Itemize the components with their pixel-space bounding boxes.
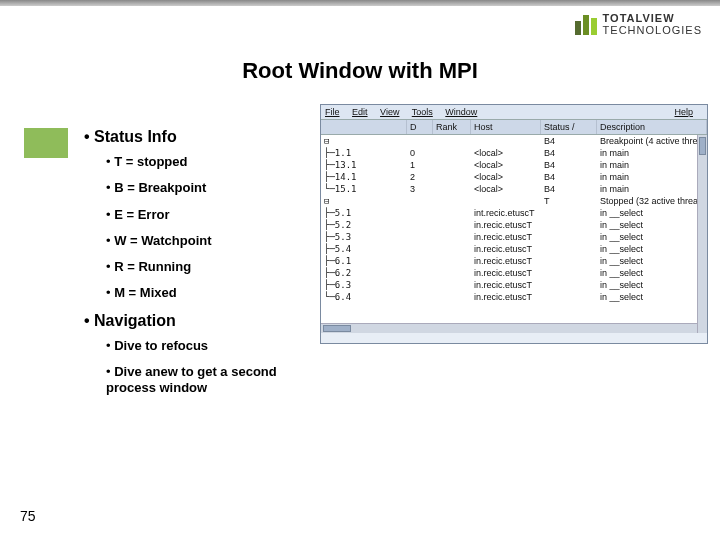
cell-status xyxy=(541,219,597,231)
table-row[interactable]: ├─6.1in.recic.etuscTin __select xyxy=(321,255,707,267)
col-d[interactable]: D xyxy=(407,120,433,134)
cell-d xyxy=(407,207,433,219)
scrollbar-thumb[interactable] xyxy=(699,137,706,155)
table-row[interactable]: ⊟B4Breakpoint (4 active threads) xyxy=(321,135,707,147)
cell-d xyxy=(407,255,433,267)
cell-d: 3 xyxy=(407,183,433,195)
cell-tree: ├─5.2 xyxy=(321,219,407,231)
cell-status: B4 xyxy=(541,147,597,159)
cell-host: in.recic.etuscT xyxy=(471,267,541,279)
accent-box xyxy=(24,128,68,158)
cell-d: 0 xyxy=(407,147,433,159)
cell-status: B4 xyxy=(541,159,597,171)
navigation-heading: Navigation xyxy=(84,312,304,330)
table-row[interactable]: ├─5.2in.recic.etuscTin __select xyxy=(321,219,707,231)
cell-desc: in main xyxy=(597,159,707,171)
cell-tree: ├─6.3 xyxy=(321,279,407,291)
cell-d xyxy=(407,135,433,147)
col-tree[interactable] xyxy=(321,120,407,134)
cell-status xyxy=(541,243,597,255)
col-host[interactable]: Host xyxy=(471,120,541,134)
cell-rank xyxy=(433,267,471,279)
list-item: W = Watchpoint xyxy=(106,233,304,249)
cell-d xyxy=(407,291,433,303)
menu-edit[interactable]: Edit xyxy=(352,107,368,117)
cell-desc: in __select xyxy=(597,231,707,243)
cell-tree: ├─14.1 xyxy=(321,171,407,183)
cell-status xyxy=(541,231,597,243)
cell-tree: ├─5.4 xyxy=(321,243,407,255)
table-row[interactable]: └─15.13<local>B4in main xyxy=(321,183,707,195)
cell-host: <local> xyxy=(471,183,541,195)
cell-host: <local> xyxy=(471,171,541,183)
logo-icon xyxy=(575,13,597,35)
menu-view[interactable]: View xyxy=(380,107,399,117)
cell-status xyxy=(541,207,597,219)
logo: TOTALVIEWTECHNOLOGIES xyxy=(575,12,702,36)
table-row[interactable]: ├─14.12<local>B4in main xyxy=(321,171,707,183)
col-status[interactable]: Status / xyxy=(541,120,597,134)
cell-tree: ⊟ xyxy=(321,195,407,207)
menu-help[interactable]: Help xyxy=(674,107,693,117)
cell-d xyxy=(407,243,433,255)
bullet-content: Status Info T = stopped B = Breakpoint E… xyxy=(84,128,304,406)
cell-tree: ├─5.3 xyxy=(321,231,407,243)
table-row[interactable]: ├─6.3in.recic.etuscTin __select xyxy=(321,279,707,291)
table-row[interactable]: ⊟TStopped (32 active threads) xyxy=(321,195,707,207)
cell-rank xyxy=(433,243,471,255)
cell-host: int.recic.etuscT xyxy=(471,207,541,219)
cell-d xyxy=(407,219,433,231)
cell-desc: in __select xyxy=(597,279,707,291)
cell-tree: ├─6.1 xyxy=(321,255,407,267)
scrollbar-thumb[interactable] xyxy=(323,325,351,332)
list-item: M = Mixed xyxy=(106,285,304,301)
cell-d: 1 xyxy=(407,159,433,171)
cell-desc: in main xyxy=(597,171,707,183)
cell-desc: in __select xyxy=(597,291,707,303)
cell-host: in.recic.etuscT xyxy=(471,291,541,303)
cell-rank xyxy=(433,207,471,219)
cell-rank xyxy=(433,219,471,231)
table-row[interactable]: ├─5.4in.recic.etuscTin __select xyxy=(321,243,707,255)
cell-tree: ├─6.2 xyxy=(321,267,407,279)
status-list: T = stopped B = Breakpoint E = Error W =… xyxy=(84,154,304,302)
cell-desc: in __select xyxy=(597,207,707,219)
cell-host: in.recic.etuscT xyxy=(471,279,541,291)
cell-status xyxy=(541,255,597,267)
menu-bar: File Edit View Tools Window Help xyxy=(321,105,707,120)
cell-desc: in __select xyxy=(597,243,707,255)
table-row[interactable]: ├─5.1int.recic.etuscTin __select xyxy=(321,207,707,219)
list-item: Dive anew to get a second process window xyxy=(106,364,304,397)
table-row[interactable]: ├─6.2in.recic.etuscTin __select xyxy=(321,267,707,279)
cell-host: <local> xyxy=(471,159,541,171)
cell-tree: ├─13.1 xyxy=(321,159,407,171)
col-rank[interactable]: Rank xyxy=(433,120,471,134)
cell-desc: in __select xyxy=(597,219,707,231)
menu-window[interactable]: Window xyxy=(445,107,477,117)
cell-status xyxy=(541,279,597,291)
cell-desc: Breakpoint (4 active threads) xyxy=(597,135,707,147)
cell-rank xyxy=(433,291,471,303)
scrollbar-horizontal[interactable] xyxy=(321,323,697,333)
cell-rank xyxy=(433,147,471,159)
cell-rank xyxy=(433,279,471,291)
table-row[interactable]: ├─1.10<local>B4in main xyxy=(321,147,707,159)
table-row[interactable]: ├─5.3in.recic.etuscTin __select xyxy=(321,231,707,243)
table-row[interactable]: └─6.4in.recic.etuscTin __select xyxy=(321,291,707,303)
cell-tree: ├─5.1 xyxy=(321,207,407,219)
cell-desc: in main xyxy=(597,147,707,159)
cell-d xyxy=(407,195,433,207)
cell-desc: in main xyxy=(597,183,707,195)
menu-file[interactable]: File xyxy=(325,107,340,117)
cell-rank xyxy=(433,159,471,171)
cell-tree: └─6.4 xyxy=(321,291,407,303)
scrollbar-vertical[interactable] xyxy=(697,135,707,333)
table-body: ⊟B4Breakpoint (4 active threads) ├─1.10<… xyxy=(321,135,707,333)
table-row[interactable]: ├─13.11<local>B4in main xyxy=(321,159,707,171)
col-description[interactable]: Description xyxy=(597,120,707,134)
cell-host: in.recic.etuscT xyxy=(471,219,541,231)
status-heading: Status Info xyxy=(84,128,304,146)
cell-desc: Stopped (32 active threads) xyxy=(597,195,707,207)
cell-rank xyxy=(433,183,471,195)
menu-tools[interactable]: Tools xyxy=(412,107,433,117)
